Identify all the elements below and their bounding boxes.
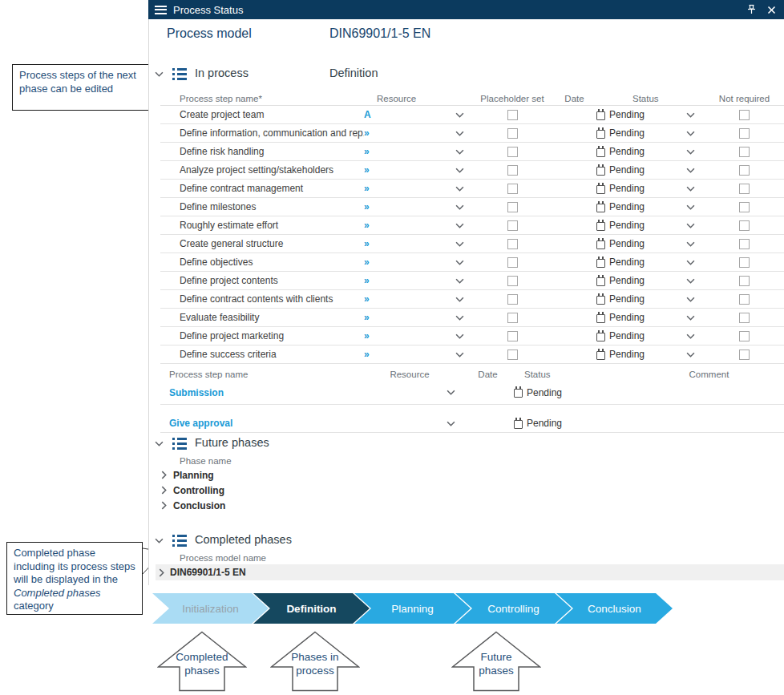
submission-link[interactable]: Submission bbox=[169, 387, 358, 398]
give-approval-link[interactable]: Give approval bbox=[169, 418, 358, 429]
chevron-down-icon[interactable] bbox=[455, 315, 464, 321]
chevron-down-icon[interactable] bbox=[455, 131, 464, 136]
close-icon[interactable] bbox=[767, 6, 776, 14]
chevron-down-icon[interactable] bbox=[455, 112, 464, 118]
not-required-checkbox[interactable] bbox=[739, 257, 750, 268]
resource-link[interactable]: » bbox=[364, 349, 370, 360]
resource-link[interactable]: » bbox=[364, 257, 370, 268]
chevron-right-icon[interactable] bbox=[161, 471, 167, 479]
section-in-process-header[interactable]: In process Definition bbox=[149, 66, 784, 85]
placeholder-checkbox[interactable] bbox=[507, 184, 518, 194]
list-item[interactable]: Conclusion bbox=[149, 498, 784, 513]
chevron-down-icon[interactable] bbox=[686, 352, 695, 358]
chevron-down-icon[interactable] bbox=[155, 441, 164, 446]
chevron-down-icon[interactable] bbox=[686, 241, 695, 247]
not-required-checkbox[interactable] bbox=[739, 294, 750, 305]
resource-link[interactable]: » bbox=[364, 146, 370, 157]
resource-link[interactable]: » bbox=[364, 330, 370, 341]
list-item[interactable]: DIN69901/1-5 EN bbox=[156, 564, 784, 580]
placeholder-checkbox[interactable] bbox=[507, 294, 518, 305]
resource-link[interactable]: » bbox=[364, 238, 370, 249]
not-required-checkbox[interactable] bbox=[739, 313, 750, 323]
resource-link[interactable]: » bbox=[364, 275, 370, 286]
not-required-checkbox[interactable] bbox=[739, 110, 750, 120]
chevron-down-icon[interactable] bbox=[455, 333, 464, 339]
status-value[interactable]: Pending bbox=[609, 349, 645, 360]
placeholder-checkbox[interactable] bbox=[507, 331, 518, 341]
status-value[interactable]: Pending bbox=[609, 330, 645, 341]
status-value[interactable]: Pending bbox=[609, 238, 645, 249]
chevron-down-icon[interactable] bbox=[455, 149, 464, 155]
chevron-down-icon[interactable] bbox=[686, 186, 695, 192]
placeholder-checkbox[interactable] bbox=[507, 128, 518, 139]
not-required-checkbox[interactable] bbox=[739, 184, 750, 194]
chevron-down-icon[interactable] bbox=[686, 223, 695, 228]
status-value[interactable]: Pending bbox=[609, 183, 645, 194]
not-required-checkbox[interactable] bbox=[739, 220, 750, 231]
resource-link[interactable]: » bbox=[364, 201, 370, 212]
resource-link[interactable]: » bbox=[364, 183, 370, 194]
status-value[interactable]: Pending bbox=[609, 127, 645, 139]
chevron-down-icon[interactable] bbox=[686, 297, 695, 302]
resource-link[interactable]: » bbox=[364, 127, 370, 139]
status-value[interactable]: Pending bbox=[609, 109, 645, 120]
placeholder-checkbox[interactable] bbox=[507, 110, 518, 120]
resource-link[interactable]: A bbox=[364, 109, 371, 120]
list-item[interactable]: Planning bbox=[149, 467, 784, 483]
status-value[interactable]: Pending bbox=[609, 146, 645, 157]
placeholder-checkbox[interactable] bbox=[507, 276, 518, 286]
not-required-checkbox[interactable] bbox=[739, 331, 750, 341]
chevron-down-icon[interactable] bbox=[455, 204, 464, 210]
resource-link[interactable]: » bbox=[364, 220, 370, 231]
status-value[interactable]: Pending bbox=[609, 275, 645, 286]
status-value[interactable]: Pending bbox=[609, 312, 645, 323]
resource-link[interactable]: » bbox=[364, 293, 370, 305]
chevron-down-icon[interactable] bbox=[686, 278, 695, 284]
chevron-down-icon[interactable] bbox=[686, 168, 695, 173]
placeholder-checkbox[interactable] bbox=[507, 257, 518, 268]
status-value[interactable]: Pending bbox=[609, 164, 645, 176]
not-required-checkbox[interactable] bbox=[739, 165, 750, 176]
chevron-right-icon[interactable] bbox=[159, 568, 164, 577]
chevron-down-icon[interactable] bbox=[455, 352, 464, 358]
chevron-down-icon[interactable] bbox=[455, 186, 464, 192]
status-value[interactable]: Pending bbox=[609, 293, 645, 305]
not-required-checkbox[interactable] bbox=[739, 147, 750, 157]
chevron-down-icon[interactable] bbox=[686, 112, 695, 118]
chevron-down-icon[interactable] bbox=[686, 260, 695, 265]
chevron-down-icon[interactable] bbox=[155, 538, 164, 543]
not-required-checkbox[interactable] bbox=[739, 202, 750, 212]
section-future-phases-header[interactable]: Future phases bbox=[149, 435, 784, 455]
not-required-checkbox[interactable] bbox=[739, 350, 750, 360]
chevron-down-icon[interactable] bbox=[455, 168, 464, 173]
menu-icon[interactable] bbox=[155, 6, 167, 14]
not-required-checkbox[interactable] bbox=[739, 128, 750, 139]
status-value[interactable]: Pending bbox=[609, 257, 645, 268]
section-completed-phases-header[interactable]: Completed phases bbox=[149, 532, 784, 552]
resource-link[interactable]: » bbox=[364, 164, 370, 176]
chevron-down-icon[interactable] bbox=[455, 260, 464, 265]
placeholder-checkbox[interactable] bbox=[507, 239, 518, 249]
not-required-checkbox[interactable] bbox=[739, 276, 750, 286]
placeholder-checkbox[interactable] bbox=[507, 350, 518, 360]
chevron-down-icon[interactable] bbox=[455, 278, 464, 284]
chevron-down-icon[interactable] bbox=[447, 421, 455, 426]
chevron-down-icon[interactable] bbox=[455, 223, 464, 228]
placeholder-checkbox[interactable] bbox=[507, 202, 518, 212]
resource-link[interactable]: » bbox=[364, 312, 370, 323]
chevron-down-icon[interactable] bbox=[155, 71, 164, 77]
not-required-checkbox[interactable] bbox=[739, 239, 750, 249]
chevron-down-icon[interactable] bbox=[686, 149, 695, 155]
status-value[interactable]: Pending bbox=[609, 201, 645, 212]
placeholder-checkbox[interactable] bbox=[507, 220, 518, 231]
chevron-down-icon[interactable] bbox=[447, 390, 455, 395]
chevron-right-icon[interactable] bbox=[161, 486, 167, 495]
chevron-down-icon[interactable] bbox=[455, 241, 464, 247]
chevron-right-icon[interactable] bbox=[161, 501, 167, 510]
chevron-down-icon[interactable] bbox=[686, 333, 695, 339]
chevron-down-icon[interactable] bbox=[686, 131, 695, 136]
list-item[interactable]: Controlling bbox=[149, 483, 784, 498]
placeholder-checkbox[interactable] bbox=[507, 147, 518, 157]
status-value[interactable]: Pending bbox=[527, 418, 562, 429]
chevron-down-icon[interactable] bbox=[686, 204, 695, 210]
